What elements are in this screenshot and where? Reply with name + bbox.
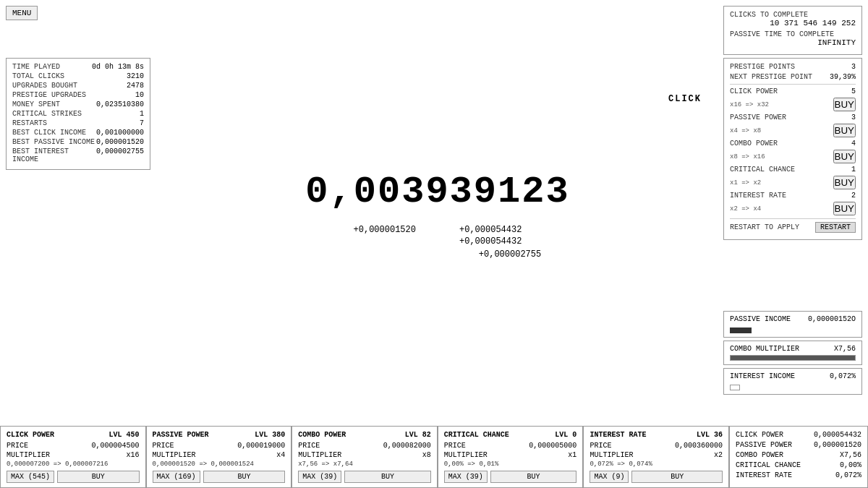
bottom-cards: CLICK POWER LVL 450 PRICE 0,000004500 MU… <box>0 426 868 488</box>
card-click-power-formula: 0,000007200 => 0,000007216 <box>7 461 140 468</box>
card-combo-power-max-btn[interactable]: MAX (39) <box>298 471 341 483</box>
stat-restarts: RESTARTS 7 <box>12 119 144 127</box>
card-passive-power-buy-btn[interactable]: BUY <box>203 471 286 483</box>
card-combo-power: COMBO POWER LVL 82 PRICE 0,000082000 MUL… <box>292 426 438 488</box>
passive-power-buy-btn[interactable]: BUY <box>833 124 856 137</box>
main-currency-value: 0,003939123 <box>305 171 569 213</box>
card-click-power-price-label: PRICE <box>7 442 28 450</box>
right-bottom-panels: PASSIVE INCOME 0,00000152O COMBO MULTIPL… <box>723 311 862 398</box>
card-click-power-lvl: LVL 450 <box>109 431 140 439</box>
right-stats-card: CLICK POWER 0,000054432 PASSIVE POWER 0,… <box>729 426 868 488</box>
card-combo-power-mult: x8 <box>422 451 431 459</box>
passive-income-panel: PASSIVE INCOME 0,00000152O <box>723 311 862 338</box>
passive-income-center: +0,000054432 <box>459 236 522 247</box>
card-interest-rate-title: INTEREST RATE <box>590 431 646 439</box>
card-click-power-mult-label: MULTIPLIER <box>7 451 50 459</box>
restart-row: RESTART TO APPLY RESTART <box>730 222 856 233</box>
stat-upgrades-bought: UPGRADES BOUGHT 2478 <box>12 82 144 90</box>
stat-time-played: TIME PLAYED 0d 0h 13m 8s <box>12 63 144 71</box>
click-power-sub: x16 => x32 BUY <box>730 98 856 111</box>
interest-income-label: INTEREST INCOME <box>730 372 795 380</box>
passive-income-label: PASSIVE INCOME <box>730 315 791 323</box>
prestige-panel: PRESTIGE POINTS 3 NEXT PRESTIGE POINT 39… <box>723 58 862 240</box>
card-critical-chance-buy-btn[interactable]: BUY <box>490 471 577 483</box>
interest-income-panel: INTEREST INCOME 0,072% <box>723 368 862 395</box>
card-click-power-price: 0,000004500 <box>92 442 140 450</box>
card-click-power-mult: x16 <box>127 451 140 459</box>
card-combo-power-formula: x7,56 => x7,64 <box>298 461 431 468</box>
rs-combo-power: COMBO POWER x7,56 <box>736 451 861 459</box>
prestige-points-row: PRESTIGE POINTS 3 <box>730 63 856 71</box>
click-income: +0,000054432 <box>459 225 522 235</box>
rs-passive-power: PASSIVE POWER 0,000001520 <box>736 441 861 449</box>
click-power-buy-btn[interactable]: BUY <box>833 98 856 111</box>
card-passive-power-mult-label: MULTIPLIER <box>153 451 196 459</box>
card-critical-chance-price-label: PRICE <box>444 442 466 450</box>
card-passive-power-max-btn[interactable]: MAX (169) <box>153 471 200 483</box>
card-critical-chance: CRITICAL CHANCE LVL 0 PRICE 0,000005000 … <box>438 426 584 488</box>
combo-power-prestige-row: COMBO POWER 4 <box>730 140 856 147</box>
passive-income-left: +0,000001520 <box>354 225 416 247</box>
card-click-power: CLICK POWER LVL 450 PRICE 0,000004500 MU… <box>0 426 146 488</box>
stat-best-click: BEST CLICK INCOME 0,001000000 <box>12 129 144 137</box>
card-passive-power: PASSIVE POWER LVL 380 PRICE 0,000019000 … <box>146 426 292 488</box>
card-critical-chance-lvl: LVL 0 <box>555 431 576 439</box>
card-critical-chance-title: CRITICAL CHANCE <box>444 431 509 439</box>
clicks-to-complete-value: 10 371 546 149 252 <box>730 19 856 27</box>
clicks-to-complete-label: CLICKS TO COMPLETE <box>730 11 856 19</box>
critical-chance-buy-btn[interactable]: BUY <box>833 176 856 189</box>
card-interest-rate-formula: 0,072% => 0,074% <box>590 461 723 468</box>
card-interest-rate-price-label: PRICE <box>590 442 611 450</box>
passive-time-label: PASSIVE TIME TO COMPLETE <box>730 30 856 38</box>
click-power-prestige-row: CLICK POWER 5 <box>730 87 856 95</box>
card-passive-power-mult: x4 <box>276 451 285 459</box>
card-interest-rate-mult: x2 <box>714 451 723 459</box>
card-interest-rate-mult-label: MULTIPLIER <box>590 451 633 459</box>
card-interest-rate-lvl: LVL 36 <box>697 431 723 439</box>
card-critical-chance-formula: 0,00% => 0,01% <box>444 461 577 468</box>
critical-chance-sub: x1 => x2 BUY <box>730 176 856 189</box>
card-combo-power-title: COMBO POWER <box>298 431 346 439</box>
passive-power-sub: x4 => x8 BUY <box>730 124 856 137</box>
stat-total-clicks: TOTAL CLICKS 3210 <box>12 72 144 80</box>
combo-multiplier-value: x7,56 <box>834 345 856 353</box>
stat-money-spent: MONEY SPENT 0,023510380 <box>12 100 144 108</box>
stat-best-interest: BEST INTEREST INCOME 0,000002755 <box>12 147 144 163</box>
card-click-power-buy-btn[interactable]: BUY <box>57 471 140 483</box>
stat-best-passive: BEST PASSIVE INCOME 0,000001520 <box>12 138 144 146</box>
card-passive-power-title: PASSIVE POWER <box>153 431 209 439</box>
combo-multiplier-panel: COMBO MULTIPLIER x7,56 <box>723 341 862 365</box>
card-interest-rate-max-btn[interactable]: MAX (9) <box>590 471 629 483</box>
stat-critical-strikes: CRITICAL STRIKES 1 <box>12 110 144 118</box>
passive-power-prestige-row: PASSIVE POWER 3 <box>730 114 856 121</box>
rs-critical-chance: CRITICAL CHANCE 0,00% <box>736 461 861 469</box>
passive-bar <box>730 328 752 333</box>
center-area[interactable]: 0,003939123 +0,000001520 +0,000054432 +0… <box>159 58 716 372</box>
card-combo-power-mult-label: MULTIPLIER <box>298 451 341 459</box>
card-click-power-title: CLICK POWER <box>7 431 54 439</box>
interest-rate-sub: x2 => x4 BUY <box>730 202 856 215</box>
rs-click-power: CLICK POWER 0,000054432 <box>736 431 861 439</box>
stats-panel: TIME PLAYED 0d 0h 13m 8s TOTAL CLICKS 32… <box>6 58 150 170</box>
card-critical-chance-price: 0,000005000 <box>529 442 576 450</box>
combo-power-sub: x8 => x16 BUY <box>730 150 856 163</box>
combo-bar <box>730 355 856 361</box>
restart-button[interactable]: RESTART <box>815 222 856 233</box>
top-right-panel: CLICKS TO COMPLETE 10 371 546 149 252 PA… <box>723 6 862 55</box>
card-click-power-max-btn[interactable]: MAX (545) <box>7 471 54 483</box>
critical-chance-prestige-row: CRITICAL CHANCE 1 <box>730 166 856 174</box>
menu-button[interactable]: MENU <box>6 6 38 20</box>
income-row-1: +0,000001520 +0,000054432 +0,000054432 <box>354 225 522 247</box>
passive-income-value: 0,00000152O <box>808 315 856 323</box>
card-passive-power-formula: 0,000001520 => 0,000001524 <box>153 461 286 468</box>
interest-rate-prestige-row: INTEREST RATE 2 <box>730 192 856 200</box>
card-critical-chance-max-btn[interactable]: MAX (39) <box>444 471 488 483</box>
interest-rate-buy-btn[interactable]: BUY <box>833 202 856 215</box>
combo-power-buy-btn[interactable]: BUY <box>833 150 856 163</box>
card-passive-power-lvl: LVL 380 <box>255 431 285 439</box>
combo-multiplier-label: COMBO MULTIPLIER <box>730 345 799 353</box>
next-prestige-row: NEXT PRESTIGE POINT 39,39% <box>730 73 856 81</box>
card-combo-power-buy-btn[interactable]: BUY <box>344 471 431 483</box>
card-critical-chance-mult-label: MULTIPLIER <box>444 451 488 459</box>
card-interest-rate-buy-btn[interactable]: BUY <box>631 471 723 483</box>
